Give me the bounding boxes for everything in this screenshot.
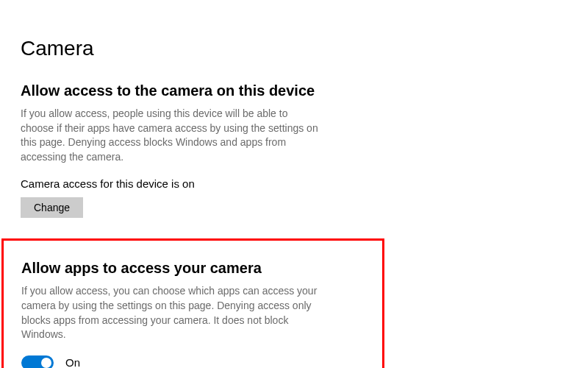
- toggle-state-label: On: [65, 356, 80, 368]
- device-access-description: If you allow access, people using this d…: [21, 107, 322, 164]
- toggle-knob: [41, 358, 51, 368]
- change-button[interactable]: Change: [21, 197, 83, 218]
- device-access-status: Camera access for this device is on: [21, 177, 567, 190]
- device-access-heading: Allow access to the camera on this devic…: [21, 82, 567, 99]
- apps-access-description: If you allow access, you can choose whic…: [21, 284, 323, 342]
- page-title: Camera: [21, 37, 567, 60]
- highlight-box: Allow apps to access your camera If you …: [1, 238, 384, 368]
- apps-access-toggle[interactable]: [21, 355, 54, 368]
- apps-access-heading: Allow apps to access your camera: [21, 260, 365, 277]
